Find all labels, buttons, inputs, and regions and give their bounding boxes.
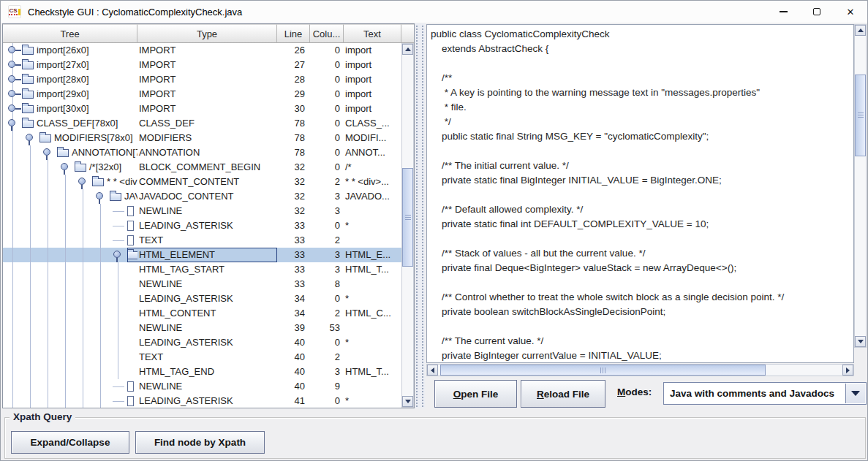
expand-toggle-icon[interactable]: [8, 104, 15, 112]
table-row[interactable]: MODIFIERS[78x0]MODIFIERS780MODIFI...: [3, 131, 401, 145]
column-header-column[interactable]: Colu...: [310, 24, 344, 43]
tree-guide-line: [30, 218, 31, 233]
collapse-toggle-icon[interactable]: [61, 163, 68, 170]
split-pane-divider[interactable]: [415, 23, 425, 408]
tree-guide-line: [83, 394, 83, 408]
tree-node-label: /*[32x0]: [89, 160, 121, 175]
tree-guide-line: [30, 204, 31, 218]
checkstyle-logo-icon: CS: [8, 5, 21, 18]
tree-cell: import[27x0]: [3, 58, 137, 72]
scroll-down-button[interactable]: [855, 336, 866, 347]
table-row[interactable]: LEADING_ASTERISK340*: [3, 292, 401, 306]
column-header-text[interactable]: Text: [344, 24, 401, 43]
code-vertical-scrollbar[interactable]: [854, 24, 867, 348]
reload-file-button[interactable]: Reload File: [521, 380, 605, 408]
tree-guide-line: [48, 175, 48, 189]
text-cell: HTML_T...: [344, 365, 401, 379]
folder-icon: [110, 193, 121, 201]
type-cell: LEADING_ASTERISK: [137, 292, 277, 306]
tree-guide-line: [48, 262, 48, 277]
modes-dropdown[interactable]: Java with comments and Javadocs: [663, 382, 867, 405]
tree-node-label: import[30x0]: [37, 102, 89, 116]
table-row[interactable]: import[29x0]IMPORT290import: [3, 87, 401, 102]
open-file-button[interactable]: Open File: [434, 380, 517, 408]
collapse-toggle-icon[interactable]: [43, 148, 50, 156]
table-row[interactable]: JAVADOC[32x3]JAVADOC_CONTENT323JAVADO...: [3, 189, 401, 204]
tree-vertical-scrollbar[interactable]: [401, 43, 414, 408]
table-row[interactable]: LEADING_ASTERISK400*: [3, 335, 401, 350]
table-row[interactable]: HTML_TAG_START333HTML_T...: [3, 262, 401, 277]
table-row[interactable]: NEWLINE409: [3, 379, 401, 394]
line-cell: 40: [277, 365, 310, 379]
tree-guide-line: [12, 277, 13, 292]
dropdown-arrow-button[interactable]: [845, 384, 865, 403]
tree-guide-line: [30, 292, 31, 306]
table-row[interactable]: TEXT402: [3, 350, 401, 365]
table-row[interactable]: HTML_CONTENT342HTML_C...: [3, 306, 401, 321]
collapse-toggle-icon[interactable]: [113, 251, 121, 258]
tree-guide-line: [100, 335, 101, 350]
tree-guide-line: [65, 321, 66, 335]
tree-guide-line: [83, 292, 83, 306]
line-cell: 41: [277, 394, 310, 408]
collapse-toggle-icon[interactable]: [8, 119, 15, 126]
tree-guide-line: [65, 175, 66, 189]
code-scrollbar-thumb[interactable]: [855, 75, 866, 156]
table-row[interactable]: NEWLINE338: [3, 277, 401, 292]
window-title: Checkstyle GUI : CyclomaticComplexityChe…: [28, 7, 242, 18]
column-header-tree[interactable]: Tree: [3, 24, 137, 43]
text-cell: *: [344, 292, 401, 306]
toggle-stem: [15, 64, 21, 66]
expand-toggle-icon[interactable]: [8, 61, 15, 68]
tree-guide-line: [48, 394, 48, 408]
toggle-stem: [15, 79, 21, 80]
table-row[interactable]: import[27x0]IMPORT270import: [3, 58, 401, 72]
table-row[interactable]: HTML_TAG_END403HTML_T...: [3, 365, 401, 379]
table-row[interactable]: LEADING_ASTERISK330*: [3, 218, 401, 233]
scroll-up-button[interactable]: [402, 44, 413, 55]
column-header-line[interactable]: Line: [277, 24, 310, 43]
code-hscrollbar-thumb[interactable]: [440, 365, 766, 376]
column-cell: 8: [310, 277, 344, 292]
type-cell: BLOCK_COMMENT_BEGIN: [137, 160, 277, 175]
table-row[interactable]: CLASS_DEF[78x0]CLASS_DEF780CLASS_...: [3, 116, 401, 131]
expand-collapse-button[interactable]: Expand/Collapse: [11, 431, 129, 454]
scroll-left-button[interactable]: [427, 365, 438, 376]
expand-toggle-icon[interactable]: [8, 90, 15, 97]
collapse-toggle-icon[interactable]: [26, 134, 33, 141]
leaf-document-icon: [127, 235, 134, 245]
expand-toggle-icon[interactable]: [8, 46, 15, 53]
minimize-button[interactable]: [766, 1, 800, 23]
table-row[interactable]: NEWLINE323: [3, 204, 401, 218]
table-row[interactable]: * * <div>...COMMENT_CONTENT322* * <div>.…: [3, 175, 401, 189]
table-row[interactable]: import[26x0]IMPORT260import: [3, 43, 401, 58]
find-node-by-xpath-button[interactable]: Find node by Xpath: [135, 431, 265, 454]
tree-scrollbar-thumb[interactable]: [402, 168, 413, 267]
column-header-type[interactable]: Type: [137, 24, 277, 43]
table-row[interactable]: TEXT332: [3, 233, 401, 248]
code-horizontal-scrollbar[interactable]: [426, 364, 854, 376]
scroll-right-button[interactable]: [842, 365, 853, 376]
maximize-button[interactable]: [800, 1, 834, 23]
table-row[interactable]: import[28x0]IMPORT280import: [3, 72, 401, 87]
collapse-toggle-icon[interactable]: [96, 192, 103, 199]
table-row[interactable]: LEADING_ASTERISK410*: [3, 394, 401, 408]
tree-cell: [3, 277, 137, 292]
table-row[interactable]: ANNOTATION[78x0]ANNOTATION780ANNOT...: [3, 145, 401, 160]
text-cell: import: [344, 43, 401, 58]
table-row[interactable]: /*[32x0]BLOCK_COMMENT_BEGIN320/*: [3, 160, 401, 175]
text-cell: import: [344, 72, 401, 87]
scroll-up-button[interactable]: [855, 25, 866, 36]
scroll-down-button[interactable]: [402, 396, 413, 407]
source-panel: public class CyclomaticComplexityCheck e…: [425, 23, 867, 408]
tree-guide-line: [100, 233, 101, 248]
collapse-toggle-icon[interactable]: [78, 178, 86, 185]
table-row[interactable]: NEWLINE3953: [3, 321, 401, 335]
source-code-area[interactable]: public class CyclomaticComplexityCheck e…: [426, 24, 854, 363]
ast-tree-table: Tree Type Line Colu... Text import[26x0]…: [2, 23, 415, 408]
table-row[interactable]: import[30x0]IMPORT300import: [3, 102, 401, 116]
table-row[interactable]: HTML_ELEMENT333HTML_E...: [3, 248, 401, 262]
close-button[interactable]: ✕: [834, 1, 867, 23]
tree-guide-line: [100, 204, 101, 218]
expand-toggle-icon[interactable]: [8, 75, 15, 83]
